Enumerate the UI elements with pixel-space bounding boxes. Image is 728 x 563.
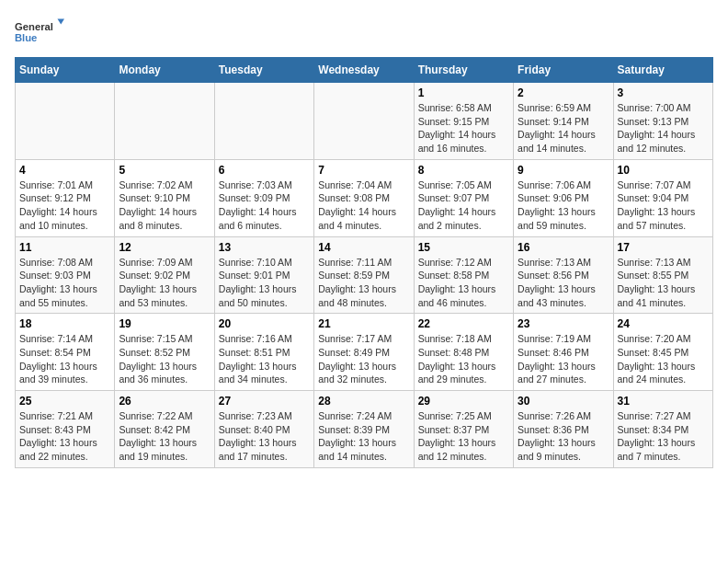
day-info: Sunrise: 7:19 AM Sunset: 8:46 PM Dayligh… xyxy=(518,332,609,386)
day-number: 30 xyxy=(518,395,609,408)
day-info: Sunrise: 7:11 AM Sunset: 8:59 PM Dayligh… xyxy=(318,256,409,310)
day-info: Sunrise: 7:06 AM Sunset: 9:06 PM Dayligh… xyxy=(518,178,609,233)
day-number: 20 xyxy=(219,317,310,330)
logo: General Blue xyxy=(15,15,70,48)
day-number: 13 xyxy=(219,241,310,254)
day-info: Sunrise: 7:14 AM Sunset: 8:54 PM Dayligh… xyxy=(19,332,110,386)
day-info: Sunrise: 7:05 AM Sunset: 9:07 PM Dayligh… xyxy=(418,178,509,233)
col-header-thursday: Thursday xyxy=(414,58,513,83)
svg-text:Blue: Blue xyxy=(15,32,37,43)
day-info: Sunrise: 7:16 AM Sunset: 8:51 PM Dayligh… xyxy=(219,332,310,386)
col-header-saturday: Saturday xyxy=(613,58,712,83)
day-cell: 10Sunrise: 7:07 AM Sunset: 9:04 PM Dayli… xyxy=(613,159,712,236)
day-info: Sunrise: 7:00 AM Sunset: 9:13 PM Dayligh… xyxy=(618,101,709,155)
day-cell: 27Sunrise: 7:23 AM Sunset: 8:40 PM Dayli… xyxy=(214,391,313,468)
day-cell: 4Sunrise: 7:01 AM Sunset: 9:12 PM Daylig… xyxy=(16,159,115,236)
day-number: 15 xyxy=(418,241,509,254)
day-number: 9 xyxy=(518,164,609,177)
day-info: Sunrise: 7:21 AM Sunset: 8:43 PM Dayligh… xyxy=(19,409,110,464)
day-cell: 8Sunrise: 7:05 AM Sunset: 9:07 PM Daylig… xyxy=(414,159,513,236)
svg-text:General: General xyxy=(15,21,53,32)
day-info: Sunrise: 7:13 AM Sunset: 8:56 PM Dayligh… xyxy=(518,256,609,310)
day-cell xyxy=(16,83,115,160)
day-number: 8 xyxy=(418,164,509,177)
day-number: 11 xyxy=(19,241,110,254)
week-row-2: 4Sunrise: 7:01 AM Sunset: 9:12 PM Daylig… xyxy=(16,159,713,236)
day-info: Sunrise: 7:08 AM Sunset: 9:03 PM Dayligh… xyxy=(19,256,110,310)
day-info: Sunrise: 7:12 AM Sunset: 8:58 PM Dayligh… xyxy=(418,256,509,310)
day-cell: 14Sunrise: 7:11 AM Sunset: 8:59 PM Dayli… xyxy=(314,236,414,314)
day-cell: 9Sunrise: 7:06 AM Sunset: 9:06 PM Daylig… xyxy=(514,159,613,236)
col-header-friday: Friday xyxy=(514,58,613,83)
day-cell: 22Sunrise: 7:18 AM Sunset: 8:48 PM Dayli… xyxy=(414,314,513,391)
day-number: 28 xyxy=(318,395,409,408)
day-info: Sunrise: 7:27 AM Sunset: 8:34 PM Dayligh… xyxy=(618,409,709,464)
header: General Blue xyxy=(15,15,713,48)
day-info: Sunrise: 7:24 AM Sunset: 8:39 PM Dayligh… xyxy=(318,409,409,464)
day-cell xyxy=(214,83,313,160)
day-info: Sunrise: 7:10 AM Sunset: 9:01 PM Dayligh… xyxy=(219,256,310,310)
day-number: 4 xyxy=(19,164,110,177)
day-cell: 17Sunrise: 7:13 AM Sunset: 8:55 PM Dayli… xyxy=(613,236,712,314)
day-number: 12 xyxy=(119,241,210,254)
day-number: 23 xyxy=(518,317,609,330)
day-cell: 25Sunrise: 7:21 AM Sunset: 8:43 PM Dayli… xyxy=(16,391,115,468)
day-cell: 19Sunrise: 7:15 AM Sunset: 8:52 PM Dayli… xyxy=(115,314,214,391)
day-number: 16 xyxy=(518,241,609,254)
day-cell: 30Sunrise: 7:26 AM Sunset: 8:36 PM Dayli… xyxy=(514,391,613,468)
day-info: Sunrise: 7:02 AM Sunset: 9:10 PM Dayligh… xyxy=(119,178,210,233)
day-cell: 28Sunrise: 7:24 AM Sunset: 8:39 PM Dayli… xyxy=(314,391,414,468)
day-info: Sunrise: 7:01 AM Sunset: 9:12 PM Dayligh… xyxy=(19,178,110,233)
day-cell xyxy=(115,83,214,160)
day-cell: 5Sunrise: 7:02 AM Sunset: 9:10 PM Daylig… xyxy=(115,159,214,236)
day-cell: 31Sunrise: 7:27 AM Sunset: 8:34 PM Dayli… xyxy=(613,391,712,468)
day-info: Sunrise: 7:22 AM Sunset: 8:42 PM Dayligh… xyxy=(119,409,210,464)
day-cell: 23Sunrise: 7:19 AM Sunset: 8:46 PM Dayli… xyxy=(514,314,613,391)
day-number: 18 xyxy=(19,317,110,330)
day-info: Sunrise: 7:15 AM Sunset: 8:52 PM Dayligh… xyxy=(119,332,210,386)
day-info: Sunrise: 7:04 AM Sunset: 9:08 PM Dayligh… xyxy=(318,178,409,233)
header-row: SundayMondayTuesdayWednesdayThursdayFrid… xyxy=(16,58,713,83)
day-cell: 15Sunrise: 7:12 AM Sunset: 8:58 PM Dayli… xyxy=(414,236,513,314)
col-header-wednesday: Wednesday xyxy=(314,58,414,83)
day-number: 17 xyxy=(618,241,709,254)
day-cell: 3Sunrise: 7:00 AM Sunset: 9:13 PM Daylig… xyxy=(613,83,712,160)
day-info: Sunrise: 7:18 AM Sunset: 8:48 PM Dayligh… xyxy=(418,332,509,386)
day-cell: 29Sunrise: 7:25 AM Sunset: 8:37 PM Dayli… xyxy=(414,391,513,468)
day-cell: 2Sunrise: 6:59 AM Sunset: 9:14 PM Daylig… xyxy=(514,83,613,160)
day-cell: 1Sunrise: 6:58 AM Sunset: 9:15 PM Daylig… xyxy=(414,83,513,160)
day-number: 5 xyxy=(119,164,210,177)
day-cell: 7Sunrise: 7:04 AM Sunset: 9:08 PM Daylig… xyxy=(314,159,414,236)
day-number: 6 xyxy=(219,164,310,177)
svg-marker-1 xyxy=(58,19,65,25)
day-number: 21 xyxy=(318,317,409,330)
day-cell xyxy=(314,83,414,160)
week-row-1: 1Sunrise: 6:58 AM Sunset: 9:15 PM Daylig… xyxy=(16,83,713,160)
logo-svg: General Blue xyxy=(15,15,70,48)
day-number: 2 xyxy=(518,86,609,99)
day-number: 29 xyxy=(418,395,509,408)
week-row-3: 11Sunrise: 7:08 AM Sunset: 9:03 PM Dayli… xyxy=(16,236,713,314)
day-number: 3 xyxy=(618,86,709,99)
day-number: 19 xyxy=(119,317,210,330)
day-number: 24 xyxy=(618,317,709,330)
col-header-tuesday: Tuesday xyxy=(214,58,313,83)
day-number: 26 xyxy=(119,395,210,408)
day-cell: 13Sunrise: 7:10 AM Sunset: 9:01 PM Dayli… xyxy=(214,236,313,314)
day-info: Sunrise: 7:25 AM Sunset: 8:37 PM Dayligh… xyxy=(418,409,509,464)
day-info: Sunrise: 7:03 AM Sunset: 9:09 PM Dayligh… xyxy=(219,178,310,233)
day-number: 10 xyxy=(618,164,709,177)
day-number: 27 xyxy=(219,395,310,408)
day-info: Sunrise: 7:20 AM Sunset: 8:45 PM Dayligh… xyxy=(618,332,709,386)
day-number: 1 xyxy=(418,86,509,99)
day-number: 22 xyxy=(418,317,509,330)
col-header-sunday: Sunday xyxy=(16,58,115,83)
day-cell: 26Sunrise: 7:22 AM Sunset: 8:42 PM Dayli… xyxy=(115,391,214,468)
day-number: 31 xyxy=(618,395,709,408)
day-info: Sunrise: 7:07 AM Sunset: 9:04 PM Dayligh… xyxy=(618,178,709,233)
day-cell: 6Sunrise: 7:03 AM Sunset: 9:09 PM Daylig… xyxy=(214,159,313,236)
day-number: 25 xyxy=(19,395,110,408)
week-row-5: 25Sunrise: 7:21 AM Sunset: 8:43 PM Dayli… xyxy=(16,391,713,468)
day-info: Sunrise: 6:59 AM Sunset: 9:14 PM Dayligh… xyxy=(518,101,609,155)
day-info: Sunrise: 6:58 AM Sunset: 9:15 PM Dayligh… xyxy=(418,101,509,155)
